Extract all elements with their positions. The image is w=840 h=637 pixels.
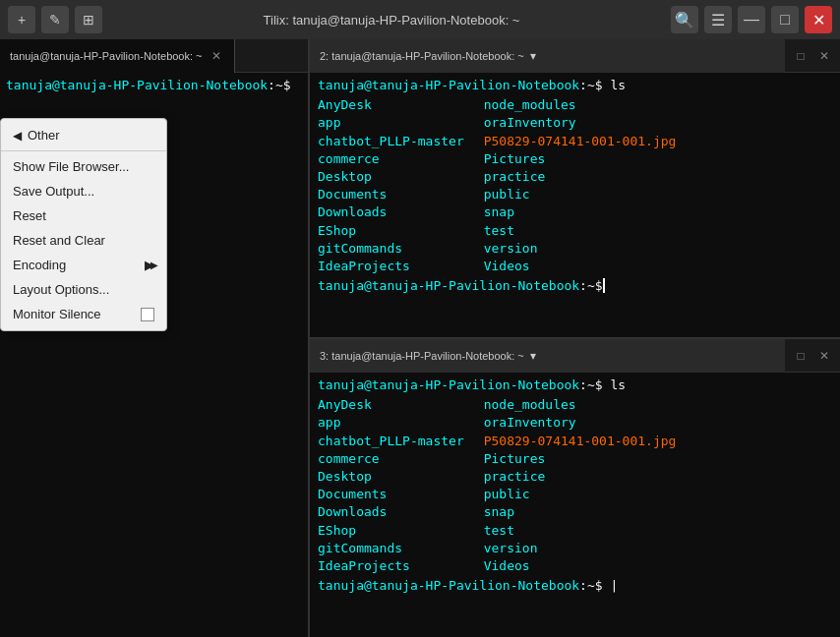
menu-item-monitor-silence-label: Monitor Silence [13,307,101,321]
left-tab-label: tanuja@tanuja-HP-Pavilion-Notebook: ~ [10,50,203,62]
right-bottom-tab-bar: 3: tanuja@tanuja-HP-Pavilion-Notebook: ~… [310,339,840,373]
menu-item-show-file-browser[interactable]: Show File Browser... [1,154,166,179]
menu-item-save-output[interactable]: Save Output... [1,179,166,203]
menu-item-layout-options[interactable]: Layout Options... [1,277,166,302]
right-top-prompt: tanuja@tanuja-HP-Pavilion-Notebook [318,78,579,92]
left-prompt: tanuja@tanuja-HP-Pavilion-Notebook [6,78,268,92]
right-top-file-list: AnyDesk app chatbot_PLLP-master commerce… [318,96,832,275]
right-top-col2: node_modules oraInventory P50829-074141-… [484,96,677,275]
maximize-button[interactable]: □ [771,6,799,33]
menu-item-reset[interactable]: Reset [1,203,166,228]
left-tab-bar: tanuja@tanuja-HP-Pavilion-Notebook: ~ ✕ [0,39,308,73]
monitor-silence-checkbox[interactable] [141,308,154,321]
title-bar-buttons: + ✎ ⊞ [8,6,102,33]
right-bottom-col2: node_modules oraInventory P50829-074141-… [484,396,677,575]
right-bottom-tab[interactable]: 3: tanuja@tanuja-HP-Pavilion-Notebook: ~… [310,339,785,373]
right-top-tab-dropdown-icon: ▾ [530,49,536,63]
right-bottom-pane: 3: tanuja@tanuja-HP-Pavilion-Notebook: ~… [310,339,840,637]
right-bottom-tab-dropdown-icon: ▾ [530,349,536,363]
menu-item-show-file-browser-label: Show File Browser... [13,159,130,174]
right-top-prompt-end: tanuja@tanuja-HP-Pavilion-Notebook:~$ [318,277,832,295]
minimize-button[interactable]: — [738,6,765,33]
menu-item-save-output-label: Save Output... [13,184,94,199]
close-button[interactable]: ✕ [805,6,832,33]
right-top-tab-bar: 2: tanuja@tanuja-HP-Pavilion-Notebook: ~… [310,39,840,73]
menu-button[interactable]: ☰ [704,6,732,33]
menu-item-monitor-silence[interactable]: Monitor Silence [1,302,166,326]
right-top-pane: 2: tanuja@tanuja-HP-Pavilion-Notebook: ~… [310,39,840,339]
menu-item-back[interactable]: ◀ Other [1,123,166,147]
rename-button[interactable]: ✎ [41,6,69,33]
menu-item-reset-and-clear-label: Reset and Clear [13,233,105,248]
menu-divider-1 [1,150,166,151]
menu-item-reset-and-clear[interactable]: Reset and Clear [1,228,166,253]
window-controls: 🔍 ☰ — □ ✕ [671,6,832,33]
right-top-prompt-line: tanuja@tanuja-HP-Pavilion-Notebook:~$ ls [318,77,832,94]
menu-item-encoding-label: Encoding [13,258,66,272]
right-bottom-tab-controls: □ ✕ [785,346,840,366]
menu-item-back-label: Other [28,128,60,143]
submenu-arrow-icon: ▶ [145,258,154,272]
main-area: tanuja@tanuja-HP-Pavilion-Notebook: ~ ✕ … [0,39,840,637]
right-top-terminal[interactable]: tanuja@tanuja-HP-Pavilion-Notebook:~$ ls… [310,73,840,337]
left-tab-1[interactable]: tanuja@tanuja-HP-Pavilion-Notebook: ~ ✕ [0,39,235,73]
window-title: Tilix: tanuja@tanuja-HP-Pavilion-Noteboo… [112,13,671,28]
right-pane: 2: tanuja@tanuja-HP-Pavilion-Notebook: ~… [310,39,840,637]
context-menu: ◀ Other Show File Browser... Save Output… [0,118,167,331]
right-bottom-close-button[interactable]: ✕ [814,346,834,366]
left-tab-close[interactable]: ✕ [209,48,224,64]
menu-item-layout-options-label: Layout Options... [13,282,109,297]
menu-item-encoding[interactable]: Encoding ▶ [1,253,166,277]
right-top-tab-controls: □ ✕ [785,46,840,66]
right-bottom-prompt-end: tanuja@tanuja-HP-Pavilion-Notebook:~$ | [318,577,832,595]
new-terminal-button[interactable]: ⊞ [75,6,102,33]
left-prompt-dollar: :~$ [268,78,290,92]
right-bottom-terminal[interactable]: tanuja@tanuja-HP-Pavilion-Notebook:~$ ls… [310,373,840,637]
right-bottom-tab-label: 3: tanuja@tanuja-HP-Pavilion-Notebook: ~ [320,350,524,362]
right-bottom-maximize-button[interactable]: □ [791,346,810,366]
search-button[interactable]: 🔍 [671,6,698,33]
right-top-maximize-button[interactable]: □ [791,46,810,66]
title-bar: + ✎ ⊞ Tilix: tanuja@tanuja-HP-Pavilion-N… [0,0,840,39]
new-window-button[interactable]: + [8,6,35,33]
right-bottom-prompt-line: tanuja@tanuja-HP-Pavilion-Notebook:~$ ls [318,376,832,394]
right-bottom-col1: AnyDesk app chatbot_PLLP-master commerce… [318,396,464,575]
right-bottom-file-list: AnyDesk app chatbot_PLLP-master commerce… [318,396,832,575]
right-top-tab-label: 2: tanuja@tanuja-HP-Pavilion-Notebook: ~ [320,50,524,62]
back-arrow-icon: ◀ [13,129,22,143]
right-top-close-button[interactable]: ✕ [814,46,834,66]
right-top-tab[interactable]: 2: tanuja@tanuja-HP-Pavilion-Notebook: ~… [310,39,785,73]
menu-item-reset-label: Reset [13,208,46,223]
right-top-col1: AnyDesk app chatbot_PLLP-master commerce… [318,96,464,275]
